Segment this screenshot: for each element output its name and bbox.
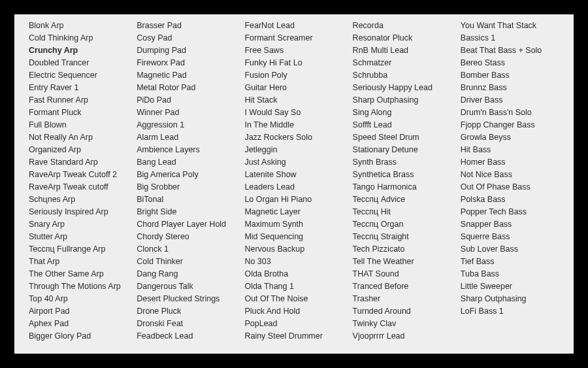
preset-item[interactable]: Seriously Happy Lead	[353, 82, 461, 94]
preset-item[interactable]: Homer Bass	[461, 156, 568, 169]
preset-item[interactable]: Rave Standard Arp	[29, 156, 137, 169]
preset-item[interactable]: Tecспц Hit	[353, 206, 461, 218]
preset-item[interactable]: Tango Harmonica	[353, 181, 461, 193]
preset-item[interactable]: Pluck And Hold	[244, 305, 352, 318]
preset-item[interactable]: Bassics 1	[461, 32, 568, 44]
preset-item[interactable]: Dangerous Talk	[137, 280, 244, 293]
preset-item[interactable]: Electric Sequencer	[29, 69, 137, 82]
preset-item[interactable]: Bright Side	[137, 206, 244, 218]
preset-item[interactable]: Trasher	[353, 293, 461, 305]
preset-item[interactable]: Schmatzer	[353, 57, 461, 69]
preset-item[interactable]: Brunnz Bass	[461, 82, 568, 94]
preset-item[interactable]: Sub Lover Bass	[461, 243, 568, 256]
preset-item[interactable]: I Would Say So	[244, 107, 352, 119]
preset-item[interactable]: Schцnes Arp	[29, 193, 137, 206]
preset-item[interactable]: Bigger Glory Pad	[29, 330, 137, 343]
preset-item[interactable]: Popper Tech Bass	[461, 206, 568, 218]
preset-item[interactable]: Out Of Phase Bass	[461, 181, 568, 193]
preset-item[interactable]: Tief Bass	[461, 256, 568, 268]
preset-item[interactable]: Beat That Bass + Solo	[461, 44, 568, 57]
preset-item[interactable]: Tech Pizzicato	[353, 243, 461, 256]
preset-item[interactable]: Aggression 1	[137, 119, 244, 131]
preset-item[interactable]: Growla Beyss	[461, 131, 568, 144]
preset-item[interactable]: LoFi Bass 1	[461, 305, 568, 318]
preset-item[interactable]: RnB Multi Lead	[353, 44, 461, 57]
preset-item[interactable]: The Other Same Arp	[29, 268, 137, 280]
preset-item[interactable]: Clonck 1	[137, 243, 244, 256]
preset-item[interactable]: Through The Motions Arp	[29, 280, 137, 293]
preset-item[interactable]: Not Really An Arp	[29, 131, 137, 144]
preset-item[interactable]: Cold Thinking Arp	[29, 32, 137, 44]
preset-item[interactable]: Big America Poly	[137, 169, 244, 181]
preset-item[interactable]: PiDo Pad	[137, 94, 244, 107]
preset-item[interactable]: No 303	[244, 256, 352, 268]
preset-item[interactable]: Formant Screamer	[244, 32, 352, 44]
preset-item[interactable]: Sing Along	[353, 107, 461, 119]
preset-item[interactable]: Crunchy Arp	[29, 44, 137, 57]
preset-item[interactable]: Out Of The Noise	[244, 293, 352, 305]
preset-item[interactable]: Magnetic Pad	[137, 69, 244, 82]
preset-item[interactable]: Snapper Bass	[461, 218, 568, 231]
preset-item[interactable]: Dang Rang	[137, 268, 244, 280]
preset-item[interactable]: Stationary Detune	[353, 144, 461, 156]
preset-item[interactable]: Entry Raver 1	[29, 82, 137, 94]
preset-item[interactable]: You Want That Stack	[461, 20, 568, 32]
preset-item[interactable]: Nervous Backup	[244, 243, 352, 256]
preset-item[interactable]: Dumping Pad	[137, 44, 244, 57]
preset-item[interactable]: Soffft Lead	[353, 119, 461, 131]
preset-item[interactable]: Rainy Steel Drummer	[244, 330, 352, 343]
preset-item[interactable]: Just Asking	[244, 156, 352, 169]
preset-item[interactable]: Chord Player Layer Hold	[137, 218, 244, 231]
preset-item[interactable]: Formant Pluck	[29, 107, 137, 119]
preset-item[interactable]: Latenite Show	[244, 169, 352, 181]
preset-item[interactable]: Alarm Lead	[137, 131, 244, 144]
preset-item[interactable]: Bomber Bass	[461, 69, 568, 82]
preset-item[interactable]: Blonk Arp	[29, 20, 137, 32]
preset-item[interactable]: That Arp	[29, 256, 137, 268]
preset-item[interactable]: Resonator Pluck	[353, 32, 461, 44]
preset-item[interactable]: Maximum Synth	[244, 218, 352, 231]
preset-item[interactable]: Fireworx Pad	[137, 57, 244, 69]
preset-item[interactable]: Organized Arp	[29, 144, 137, 156]
preset-item[interactable]: Speed Steel Drum	[353, 131, 461, 144]
preset-item[interactable]: Metal Rotor Pad	[137, 82, 244, 94]
preset-item[interactable]: Bang Lead	[137, 156, 244, 169]
preset-item[interactable]: Aphex Pad	[29, 318, 137, 330]
preset-item[interactable]: Tell The Weather	[353, 256, 461, 268]
preset-item[interactable]: Hit Stack	[244, 94, 352, 107]
preset-item[interactable]: Brasser Pad	[137, 20, 244, 32]
preset-item[interactable]: Jetleggin	[244, 144, 352, 156]
preset-item[interactable]: Tecспц Organ	[353, 218, 461, 231]
preset-item[interactable]: Desert Plucked Strings	[137, 293, 244, 305]
preset-item[interactable]: Top 40 Arp	[29, 293, 137, 305]
preset-item[interactable]: Tecспц Advice	[353, 193, 461, 206]
preset-item[interactable]: Sharp Outphasing	[353, 94, 461, 107]
preset-item[interactable]: Hit Bass	[461, 144, 568, 156]
preset-item[interactable]: Olda Thang 1	[244, 280, 352, 293]
preset-item[interactable]: RaveArp Tweak cutoff	[29, 181, 137, 193]
preset-item[interactable]: Guitar Hero	[244, 82, 352, 94]
preset-item[interactable]: Dronski Feat	[137, 318, 244, 330]
preset-item[interactable]: Leaders Lead	[244, 181, 352, 193]
preset-item[interactable]: Vjooprrrr Lead	[353, 330, 461, 343]
preset-item[interactable]: Funky Hi Fat Lo	[244, 57, 352, 69]
preset-item[interactable]: Fast Runner Arp	[29, 94, 137, 107]
preset-item[interactable]: Fusion Poly	[244, 69, 352, 82]
preset-item[interactable]: Synthetica Brass	[353, 169, 461, 181]
preset-item[interactable]: Twinky Clav	[353, 318, 461, 330]
preset-item[interactable]: THAT Sound	[353, 268, 461, 280]
preset-item[interactable]: Winner Pad	[137, 107, 244, 119]
preset-item[interactable]: Mid Sequencing	[244, 231, 352, 243]
preset-item[interactable]: In The Middle	[244, 119, 352, 131]
preset-item[interactable]: Tecспц Fullrange Arp	[29, 243, 137, 256]
preset-item[interactable]: Tecспц Straight	[353, 231, 461, 243]
preset-item[interactable]: Little Sweeper	[461, 280, 568, 293]
preset-item[interactable]: Sharp Outphasing	[461, 293, 568, 305]
preset-item[interactable]: Free Saws	[244, 44, 352, 57]
preset-item[interactable]: Olda Brotha	[244, 268, 352, 280]
preset-item[interactable]: Airport Pad	[29, 305, 137, 318]
preset-item[interactable]: Jazz Rockers Solo	[244, 131, 352, 144]
preset-item[interactable]: Cold Thinker	[137, 256, 244, 268]
preset-item[interactable]: Bereo Stass	[461, 57, 568, 69]
preset-item[interactable]: Schrubba	[353, 69, 461, 82]
